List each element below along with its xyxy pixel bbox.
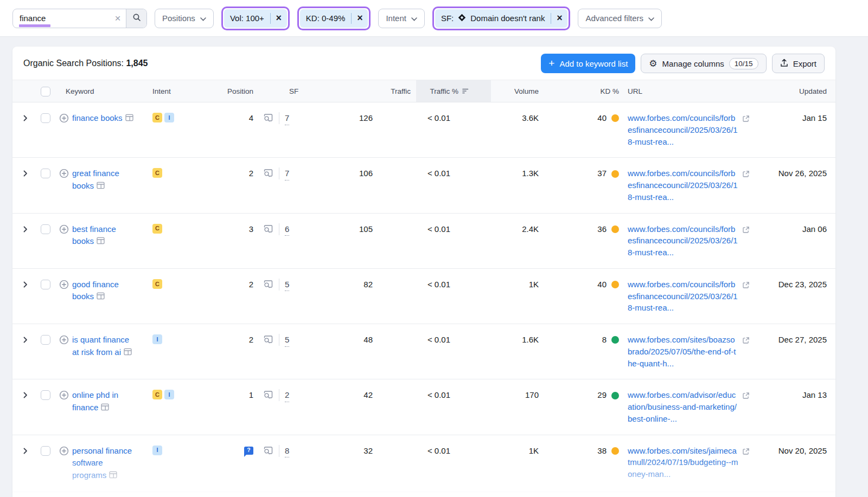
kd-filter-close-icon[interactable]: × <box>352 12 368 24</box>
row-checkbox[interactable] <box>41 335 50 345</box>
search-button[interactable] <box>126 9 146 28</box>
header-updated[interactable]: Updated <box>764 80 835 102</box>
url-link[interactable]: www.forbes.com/sites/jaimecatmull/2024/0… <box>628 445 738 480</box>
sf-count-link[interactable]: 5 <box>285 334 289 347</box>
add-keyword-icon[interactable] <box>59 390 69 414</box>
sf-count-link[interactable]: 6 <box>285 223 289 236</box>
url-link[interactable]: www.forbes.com/councils/forbesfinancecou… <box>628 112 738 147</box>
select-all-checkbox[interactable] <box>41 87 50 96</box>
sf-count-link[interactable]: 7 <box>285 112 289 125</box>
serp-features-icon[interactable] <box>101 402 109 415</box>
add-keyword-icon[interactable] <box>59 224 69 248</box>
sf-filter-chip[interactable]: SF: Domain doesn't rank × <box>435 9 567 28</box>
url-link[interactable]: www.forbes.com/councils/forbesfinancecou… <box>628 279 738 314</box>
kd-filter-chip[interactable]: KD: 0-49% × <box>300 9 368 28</box>
serp-preview-icon[interactable] <box>263 169 273 182</box>
serp-preview-icon[interactable] <box>263 335 273 348</box>
serp-preview-icon[interactable] <box>263 113 273 126</box>
row-checkbox[interactable] <box>41 113 50 123</box>
advanced-filters-dropdown[interactable]: Advanced filters <box>578 9 662 28</box>
sf-count-link[interactable]: 8 <box>285 445 289 458</box>
keyword-link[interactable]: great finance books <box>72 169 119 190</box>
url-link[interactable]: www.forbes.com/councils/forbesfinancecou… <box>628 167 738 203</box>
header-position[interactable]: Position <box>193 80 258 102</box>
expand-chevron-icon[interactable] <box>22 448 28 454</box>
header-sf[interactable]: SF <box>258 80 308 102</box>
url-link[interactable]: www.forbes.com/councils/forbesfinancecou… <box>628 223 738 259</box>
keyword-link[interactable]: good finance books <box>72 280 119 301</box>
header-kd[interactable]: KD % <box>545 80 628 102</box>
kd-dot <box>611 225 619 233</box>
volume-filter-chip[interactable]: Vol: 100+ × <box>224 9 287 28</box>
header-traffic[interactable]: Traffic <box>308 80 416 102</box>
serp-preview-icon[interactable] <box>263 390 273 403</box>
external-link-icon[interactable] <box>742 225 750 237</box>
url-link[interactable]: www.forbes.com/advisor/education/busines… <box>628 389 738 424</box>
row-checkbox[interactable] <box>41 446 50 456</box>
sf-filter-close-icon[interactable]: × <box>551 12 567 24</box>
expand-chevron-icon[interactable] <box>22 226 28 233</box>
serp-preview-icon[interactable] <box>263 446 273 459</box>
kd-dot <box>611 114 619 122</box>
intent-badge-C: C <box>152 168 162 178</box>
add-keyword-icon[interactable] <box>59 335 69 359</box>
row-checkbox[interactable] <box>41 169 50 178</box>
keyword-link[interactable]: personal finance software programs <box>72 446 132 480</box>
external-link-icon[interactable] <box>742 391 750 403</box>
row-checkbox[interactable] <box>41 224 50 234</box>
serp-features-icon[interactable] <box>124 347 132 359</box>
add-keyword-icon[interactable] <box>59 113 69 127</box>
external-link-icon[interactable] <box>742 280 750 293</box>
header-volume[interactable]: Volume <box>491 80 545 102</box>
external-link-icon[interactable] <box>742 335 750 348</box>
header-url[interactable]: URL <box>628 80 764 102</box>
kd-dot <box>611 447 619 455</box>
intent-badge-C: C <box>152 113 162 122</box>
expand-chevron-icon[interactable] <box>22 337 28 343</box>
sf-count-link[interactable]: 5 <box>285 279 289 292</box>
add-keyword-icon[interactable] <box>59 169 69 192</box>
header-traffic-pct[interactable]: Traffic % <box>416 80 491 102</box>
expand-chevron-icon[interactable] <box>22 115 28 121</box>
expand-chevron-icon[interactable] <box>22 170 28 177</box>
export-button[interactable]: Export <box>772 54 825 73</box>
sf-divider <box>279 389 279 401</box>
keyword-link[interactable]: best finance books <box>72 224 116 246</box>
expand-chevron-icon[interactable] <box>22 392 28 398</box>
sf-count-link[interactable]: 7 <box>285 167 289 180</box>
external-link-icon[interactable] <box>742 447 750 459</box>
columns-count-badge: 10/15 <box>729 58 758 69</box>
serp-features-icon[interactable] <box>97 180 105 193</box>
serp-features-icon[interactable] <box>97 291 105 304</box>
kd-dot <box>611 170 619 178</box>
external-link-icon[interactable] <box>742 114 750 126</box>
header-intent[interactable]: Intent <box>144 80 193 102</box>
sf-count-link[interactable]: 2 <box>285 389 289 402</box>
sf-divider <box>279 334 279 346</box>
header-keyword[interactable]: Keyword <box>59 80 144 102</box>
positions-dropdown[interactable]: Positions <box>155 9 214 28</box>
serp-preview-icon[interactable] <box>263 224 273 237</box>
serp-features-icon[interactable] <box>97 236 105 248</box>
intent-dropdown[interactable]: Intent <box>378 9 425 28</box>
serp-features-icon[interactable] <box>125 113 133 125</box>
serp-features-icon[interactable] <box>109 470 117 482</box>
volume-filter-close-icon[interactable]: × <box>271 12 287 24</box>
keyword-link[interactable]: online phd in finance <box>72 390 118 412</box>
url-link[interactable]: www.forbes.com/sites/boazsobrado/2025/07… <box>628 334 738 369</box>
add-to-keyword-list-button[interactable]: + Add to keyword list <box>541 54 635 73</box>
kd-value: 29 <box>597 389 607 402</box>
serp-preview-icon[interactable] <box>263 280 273 293</box>
expand-chevron-icon[interactable] <box>22 281 28 288</box>
add-keyword-icon[interactable] <box>59 280 69 304</box>
external-link-icon[interactable] <box>742 169 750 182</box>
row-checkbox[interactable] <box>41 280 50 289</box>
kd-value: 8 <box>602 334 607 346</box>
sf-divider <box>279 445 279 457</box>
search-clear-icon[interactable]: × <box>110 9 126 28</box>
add-keyword-icon[interactable] <box>59 446 69 482</box>
keyword-link[interactable]: is quant finance at risk from ai <box>72 335 129 357</box>
keyword-link[interactable]: finance books <box>72 113 123 122</box>
row-checkbox[interactable] <box>41 390 50 400</box>
manage-columns-button[interactable]: ⚙ Manage columns 10/15 <box>641 54 766 73</box>
